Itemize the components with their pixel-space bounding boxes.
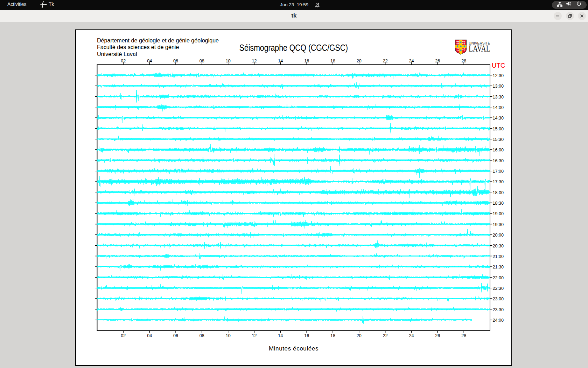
svg-text:LAVAL: LAVAL [469,43,490,53]
